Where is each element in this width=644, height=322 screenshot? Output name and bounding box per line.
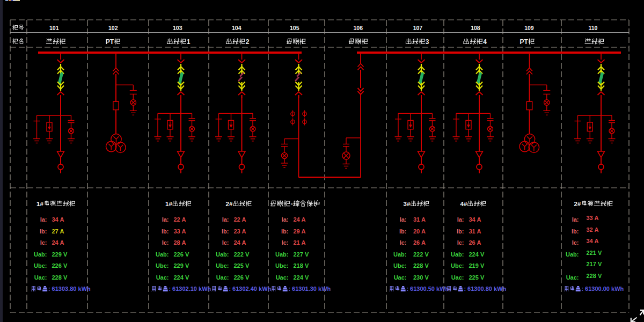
svg-text:218 V: 218 V — [294, 262, 309, 269]
svg-text:Uab:: Uab: — [34, 251, 47, 258]
svg-text:Ib:: Ib: — [40, 228, 47, 235]
svg-text:: 61303.80 kWh: : 61303.80 kWh — [48, 286, 91, 292]
svg-text:Ic:: Ic: — [222, 239, 229, 246]
svg-text:228 V: 228 V — [52, 274, 68, 281]
svg-text:222 V: 222 V — [413, 251, 429, 258]
svg-text:Ic:: Ic: — [400, 239, 407, 246]
svg-text:221 V: 221 V — [587, 250, 602, 256]
svg-text:Ib:: Ib: — [572, 228, 579, 235]
svg-text:: 61300.50 kWh: : 61300.50 kWh — [406, 286, 449, 292]
svg-text:23 A: 23 A — [234, 228, 246, 235]
svg-text:228 V: 228 V — [413, 262, 429, 269]
svg-text:Ib:: Ib: — [457, 228, 464, 235]
svg-text:31 A: 31 A — [413, 216, 426, 223]
svg-text:27 A: 27 A — [52, 228, 64, 235]
svg-text:Ia:: Ia: — [222, 216, 229, 223]
svg-text:2#: 2# — [574, 201, 581, 207]
svg-text:Uac:: Uac: — [34, 274, 47, 281]
svg-text:: 61301.30 kWh: : 61301.30 kWh — [288, 286, 331, 292]
svg-text:21 A: 21 A — [294, 239, 306, 246]
svg-text:Uab:: Uab: — [451, 251, 464, 258]
svg-text:Uac:: Uac: — [216, 274, 229, 281]
svg-text:: 61302.40 kWh: : 61302.40 kWh — [229, 286, 271, 292]
svg-text:3#: 3# — [404, 201, 411, 207]
svg-text:26 A: 26 A — [469, 239, 481, 246]
svg-text:Ic:: Ic: — [457, 239, 464, 246]
svg-text:222 V: 222 V — [234, 251, 250, 258]
svg-text:224 V: 224 V — [469, 251, 485, 258]
svg-text:230 V: 230 V — [413, 274, 429, 281]
svg-text:Ia:: Ia: — [162, 216, 169, 223]
svg-text:Uab:: Uab: — [566, 251, 579, 258]
svg-text:109: 109 — [524, 25, 534, 31]
svg-text:224 V: 224 V — [294, 274, 309, 281]
svg-text:31 A: 31 A — [469, 228, 481, 235]
svg-text:229 V: 229 V — [52, 251, 68, 258]
svg-text:1: 1 — [187, 38, 191, 46]
svg-text:20 A: 20 A — [413, 228, 426, 235]
svg-text:Ia:: Ia: — [282, 216, 289, 223]
svg-text:34 A: 34 A — [587, 238, 599, 244]
svg-text:104: 104 — [232, 25, 241, 31]
svg-text:33 A: 33 A — [587, 215, 599, 221]
svg-text:106: 106 — [354, 25, 363, 31]
svg-text:219 V: 219 V — [469, 262, 485, 269]
svg-text:1#: 1# — [165, 201, 172, 207]
svg-text:225 V: 225 V — [234, 262, 250, 269]
svg-text:105: 105 — [290, 25, 299, 31]
svg-text:Uac:: Uac: — [394, 274, 407, 281]
svg-text:107: 107 — [413, 25, 423, 31]
svg-text:Uab:: Uab: — [216, 251, 229, 258]
svg-text:Ia:: Ia: — [572, 216, 579, 223]
svg-text:226 V: 226 V — [52, 262, 68, 269]
svg-text:PT: PT — [106, 38, 114, 46]
svg-text:Ubc:: Ubc: — [393, 262, 406, 269]
svg-text:24 A: 24 A — [234, 239, 246, 246]
svg-text:224 V: 224 V — [174, 274, 189, 281]
svg-text:28 A: 28 A — [174, 239, 186, 246]
svg-text:103: 103 — [173, 25, 182, 31]
svg-text:24 A: 24 A — [294, 216, 306, 223]
svg-text:: 61300.00 kWh: : 61300.00 kWh — [581, 286, 624, 292]
svg-text:1#: 1# — [36, 201, 43, 207]
svg-text:Ia:: Ia: — [400, 216, 407, 223]
svg-text:Ic:: Ic: — [282, 239, 289, 246]
svg-text:226 V: 226 V — [174, 251, 189, 258]
svg-text:2: 2 — [246, 38, 250, 46]
svg-text:226 V: 226 V — [234, 274, 250, 281]
svg-text:Ubc:: Ubc: — [451, 262, 464, 269]
svg-text:228 V: 228 V — [587, 273, 602, 279]
svg-text:Ib:: Ib: — [162, 228, 169, 235]
svg-text:3: 3 — [426, 38, 429, 46]
svg-text:Uab:: Uab: — [156, 251, 169, 258]
svg-text:Ubc:: Ubc: — [275, 262, 288, 269]
svg-text:Uac:: Uac: — [156, 274, 169, 281]
svg-text:Uac:: Uac: — [451, 274, 464, 281]
svg-text:Uab:: Uab: — [275, 251, 288, 258]
svg-text:102: 102 — [108, 25, 118, 31]
svg-text:Ic:: Ic: — [40, 239, 47, 246]
svg-text:227 V: 227 V — [294, 251, 309, 258]
svg-text:32 A: 32 A — [587, 226, 599, 233]
svg-text:101: 101 — [49, 25, 59, 31]
svg-text:4#: 4# — [460, 201, 467, 207]
svg-text:Uac:: Uac: — [276, 274, 289, 281]
svg-text:Ic:: Ic: — [572, 239, 579, 246]
svg-text:-: - — [291, 200, 293, 208]
svg-text:217 V: 217 V — [587, 261, 602, 267]
svg-text:22 A: 22 A — [234, 216, 246, 223]
svg-text:34 A: 34 A — [469, 216, 481, 223]
svg-text:Uac:: Uac: — [566, 274, 579, 281]
svg-text:33 A: 33 A — [174, 228, 186, 235]
svg-text:: 61300.80 kWh: : 61300.80 kWh — [464, 286, 506, 292]
svg-text:2#: 2# — [226, 201, 233, 207]
svg-text:229 V: 229 V — [174, 262, 189, 269]
svg-text:110: 110 — [588, 25, 597, 31]
svg-text:Ib:: Ib: — [281, 228, 288, 235]
svg-text:22 A: 22 A — [174, 216, 186, 223]
svg-text:PT: PT — [519, 38, 528, 46]
svg-text:Ubc:: Ubc: — [216, 262, 229, 269]
svg-text:: 61302.10 kWh: : 61302.10 kWh — [169, 286, 211, 292]
svg-text:Ic:: Ic: — [162, 239, 169, 246]
svg-text:29 A: 29 A — [294, 228, 306, 235]
